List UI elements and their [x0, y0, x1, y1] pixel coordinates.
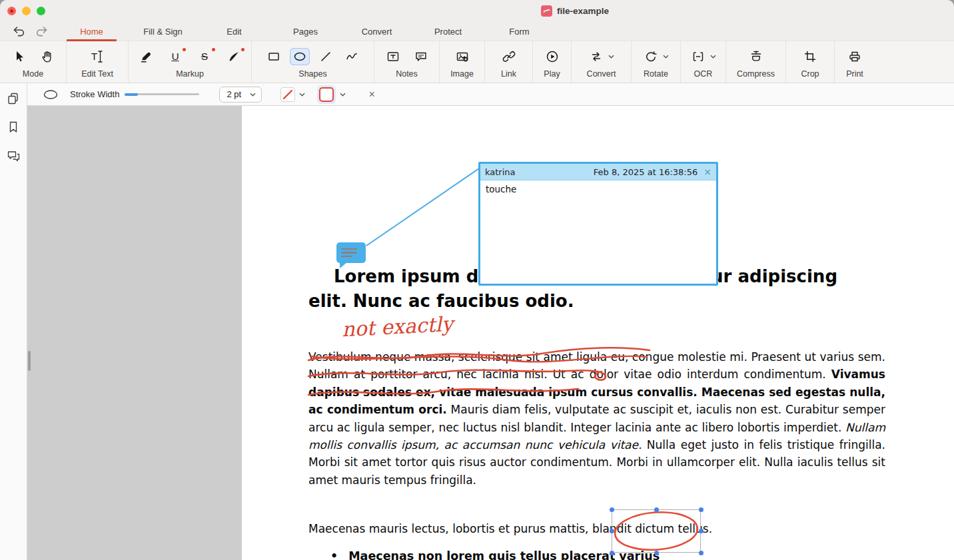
insert-image-button[interactable] — [452, 48, 472, 65]
strikethrough-button[interactable]: S — [195, 48, 215, 65]
chevron-down-icon[interactable] — [663, 55, 669, 59]
ocr-button[interactable] — [690, 48, 706, 65]
ellipse-annotation-selected[interactable] — [610, 507, 703, 555]
toolbar-group-label: Link — [501, 69, 516, 79]
pen-button[interactable] — [224, 48, 244, 65]
annotations-panel-button[interactable] — [6, 148, 21, 163]
note-line — [341, 256, 352, 258]
toolbar-group-label: OCR — [694, 69, 713, 79]
redo-icon[interactable] — [33, 25, 49, 38]
comment-note-icon[interactable] — [336, 242, 366, 263]
toolbar-group-label: Print — [846, 69, 863, 79]
comment-bubble-icon — [414, 50, 428, 63]
slider-fill — [125, 93, 138, 96]
underline-button[interactable]: U — [165, 48, 185, 65]
chevron-down-icon[interactable] — [710, 55, 716, 59]
ocr-scan-icon — [692, 50, 705, 63]
insert-link-button[interactable] — [499, 48, 519, 65]
handwriting-annotation[interactable]: not exactly — [341, 312, 454, 342]
pdf-page[interactable]: katrina Feb 8, 2025 at 16:38:56 × touche… — [242, 106, 954, 560]
comment-popup[interactable]: katrina Feb 8, 2025 at 16:38:56 × touche — [478, 162, 718, 286]
selection-handle[interactable] — [610, 529, 614, 533]
zoom-window-button[interactable] — [37, 7, 45, 15]
image-icon — [456, 50, 469, 63]
selection-handle[interactable] — [699, 529, 704, 533]
selection-handle[interactable] — [699, 551, 704, 555]
rotate-button[interactable] — [643, 48, 659, 65]
tab-pages[interactable]: Pages — [280, 22, 330, 41]
toolbar-group-notes: Notes — [374, 41, 440, 83]
minimize-window-button[interactable] — [22, 7, 31, 15]
titlebar: file-example — [0, 0, 954, 22]
crop-button[interactable] — [800, 48, 820, 65]
scribble-shape-button[interactable] — [342, 48, 362, 65]
selection-handle[interactable] — [610, 551, 614, 555]
ribbon-tabs: Home Fill & Sign Edit Pages Convert Prot… — [67, 22, 566, 41]
crop-icon — [803, 50, 817, 63]
rectangle-icon — [267, 50, 280, 63]
line-shape-button[interactable] — [316, 48, 336, 65]
bookmarks-panel-button[interactable] — [6, 120, 21, 135]
document-sentence: Maecenas mauris lectus, lobortis et puru… — [308, 520, 885, 537]
stroke-color-swatch[interactable] — [280, 87, 295, 102]
close-properties-bar-button[interactable]: × — [368, 89, 374, 100]
document-canvas[interactable]: katrina Feb 8, 2025 at 16:38:56 × touche… — [27, 106, 954, 560]
tab-home[interactable]: Home — [67, 22, 117, 41]
tab-protect[interactable]: Protect — [423, 22, 473, 41]
selection-handle[interactable] — [610, 507, 614, 512]
toolbar-group-shapes: Shapes — [252, 41, 374, 83]
toolbar-group-play: Play — [533, 41, 572, 83]
underline-icon: U — [171, 51, 179, 62]
undo-icon[interactable] — [11, 25, 27, 38]
ellipse-shape-indicator-icon — [42, 89, 59, 101]
tab-fill-and-sign[interactable]: Fill & Sign — [138, 22, 188, 41]
select-mode-button[interactable] — [9, 48, 29, 65]
compress-button[interactable] — [746, 48, 766, 65]
comment-popup-header[interactable]: katrina Feb 8, 2025 at 16:38:56 × — [480, 164, 716, 180]
color-dot — [183, 48, 186, 51]
comment-note-button[interactable] — [411, 48, 431, 65]
fill-color-control — [317, 85, 346, 104]
main-toolbar: Mode T Edit Text U S — [0, 41, 954, 83]
toolbar-group-label: Shapes — [298, 69, 326, 79]
ellipse-shape-button[interactable] — [290, 48, 310, 65]
close-window-button[interactable] — [7, 7, 16, 15]
convert-button[interactable] — [588, 48, 604, 65]
comments-icon — [7, 149, 21, 162]
stroke-width-slider[interactable] — [125, 90, 199, 99]
print-button[interactable] — [845, 48, 865, 65]
hand-mode-button[interactable] — [37, 48, 57, 65]
highlighter-icon — [139, 50, 153, 63]
tab-form[interactable]: Form — [494, 22, 544, 41]
play-circle-icon — [546, 50, 559, 63]
close-comment-icon[interactable]: × — [704, 167, 712, 176]
stroke-width-value: 2 pt — [227, 89, 241, 99]
toolbar-group-label: Compress — [737, 69, 775, 79]
toolbar-group-ocr: OCR — [681, 41, 726, 83]
cursor-icon — [13, 50, 26, 63]
rectangle-shape-button[interactable] — [264, 48, 284, 65]
comment-body-input[interactable]: touche — [480, 180, 716, 284]
text-note-button[interactable] — [383, 48, 403, 65]
selection-bounding-box — [612, 509, 701, 553]
scrollbar-thumb[interactable] — [28, 351, 31, 371]
toolbar-group-print: Print — [835, 41, 875, 83]
stroke-width-select[interactable]: 2 pt — [219, 87, 262, 103]
selection-handle[interactable] — [699, 507, 704, 512]
play-button[interactable] — [542, 48, 562, 65]
note-line — [341, 252, 357, 254]
strikethrough-icon: S — [201, 51, 208, 62]
line-icon — [319, 50, 332, 63]
ribbon-tab-bar: Home Fill & Sign Edit Pages Convert Prot… — [0, 22, 954, 41]
tab-edit[interactable]: Edit — [209, 22, 259, 41]
selection-handle[interactable] — [654, 551, 659, 555]
highlight-button[interactable] — [136, 48, 156, 65]
tab-convert[interactable]: Convert — [352, 22, 402, 41]
thumbnails-panel-button[interactable] — [6, 91, 21, 106]
edit-text-button[interactable]: T — [87, 48, 107, 65]
chevron-down-icon[interactable] — [608, 55, 614, 59]
fill-color-swatch[interactable] — [319, 87, 334, 102]
rotate-icon — [644, 50, 658, 63]
selection-handle[interactable] — [654, 507, 659, 512]
text-caret-icon — [97, 51, 103, 63]
